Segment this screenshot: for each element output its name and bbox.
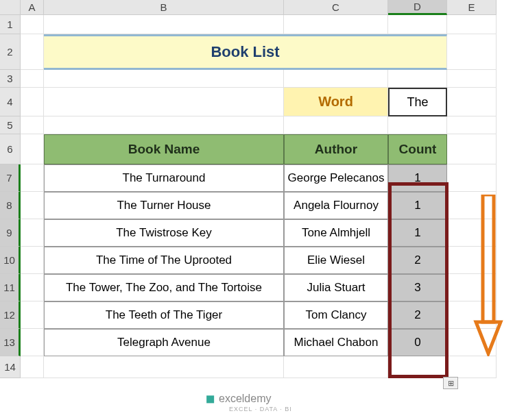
cell-count-6[interactable]: 0 <box>388 329 447 356</box>
row-header-7[interactable]: 7 <box>0 164 21 192</box>
cell-E5[interactable] <box>447 116 497 134</box>
cell-A8[interactable] <box>21 192 44 219</box>
cell-count-1[interactable]: 1 <box>388 192 447 219</box>
autofill-options-button[interactable]: ⊞ <box>443 377 458 389</box>
cell-A4[interactable] <box>21 88 44 116</box>
cell-A10[interactable] <box>21 247 44 274</box>
cell-B14[interactable] <box>44 356 284 378</box>
cell-E9[interactable] <box>447 219 497 247</box>
word-label[interactable]: Word <box>284 88 388 116</box>
cell-E4[interactable] <box>447 88 497 116</box>
cell-E7[interactable] <box>447 164 497 192</box>
word-value[interactable]: The <box>388 88 447 116</box>
row-header-6[interactable]: 6 <box>0 134 21 164</box>
cell-E8[interactable] <box>447 192 497 219</box>
cell-A5[interactable] <box>21 116 44 134</box>
row-header-12[interactable]: 12 <box>0 301 21 329</box>
row-header-8[interactable]: 8 <box>0 192 21 219</box>
logo-text: exceldemy <box>219 393 271 405</box>
th-count[interactable]: Count <box>388 134 447 164</box>
cell-count-4[interactable]: 3 <box>388 274 447 301</box>
cell-D14[interactable] <box>388 356 447 378</box>
cell-author-1[interactable]: Angela Flournoy <box>284 192 388 219</box>
cell-A13[interactable] <box>21 329 44 356</box>
cell-author-3[interactable]: Elie Wiesel <box>284 247 388 274</box>
cell-book-0[interactable]: The Turnaround <box>44 164 284 192</box>
cell-book-1[interactable]: The Turner House <box>44 192 284 219</box>
cell-C3[interactable] <box>284 70 388 88</box>
cell-author-6[interactable]: Michael Chabon <box>284 329 388 356</box>
cell-B1[interactable] <box>44 15 284 34</box>
cell-count-2[interactable]: 1 <box>388 219 447 247</box>
cell-E11[interactable] <box>447 274 497 301</box>
cell-count-0[interactable]: 1 <box>388 164 447 192</box>
cell-B5[interactable] <box>44 116 284 134</box>
cell-D1[interactable] <box>388 15 447 34</box>
row-header-14[interactable]: 14 <box>0 356 21 378</box>
cell-B4[interactable] <box>44 88 284 116</box>
cell-count-3[interactable]: 2 <box>388 247 447 274</box>
cell-D3[interactable] <box>388 70 447 88</box>
cell-author-0[interactable]: George Pelecanos <box>284 164 388 192</box>
cell-author-4[interactable]: Julia Stuart <box>284 274 388 301</box>
row-header-1[interactable]: 1 <box>0 15 21 34</box>
cell-count-5[interactable]: 2 <box>388 301 447 329</box>
row-header-9[interactable]: 9 <box>0 219 21 247</box>
row-header-4[interactable]: 4 <box>0 88 21 116</box>
cell-A11[interactable] <box>21 274 44 301</box>
col-header-A[interactable]: A <box>21 0 44 15</box>
cell-A7[interactable] <box>21 164 44 192</box>
cell-book-5[interactable]: The Teeth of The Tiger <box>44 301 284 329</box>
cell-C14[interactable] <box>284 356 388 378</box>
col-header-E[interactable]: E <box>447 0 497 15</box>
cell-D5[interactable] <box>388 116 447 134</box>
cell-A1[interactable] <box>21 15 44 34</box>
th-book[interactable]: Book Name <box>44 134 284 164</box>
cell-book-4[interactable]: The Tower, The Zoo, and The Tortoise <box>44 274 284 301</box>
title-band[interactable]: Book List <box>44 34 447 70</box>
logo-icon: ◼ <box>206 392 215 405</box>
select-all-corner[interactable] <box>0 0 21 15</box>
cell-book-3[interactable]: The Time of The Uprooted <box>44 247 284 274</box>
row-header-3[interactable]: 3 <box>0 70 21 88</box>
cell-E1[interactable] <box>447 15 497 34</box>
cell-author-5[interactable]: Tom Clancy <box>284 301 388 329</box>
cell-E13[interactable] <box>447 329 497 356</box>
cell-C1[interactable] <box>284 15 388 34</box>
cell-A3[interactable] <box>21 70 44 88</box>
cell-E10[interactable] <box>447 247 497 274</box>
row-header-5[interactable]: 5 <box>0 116 21 134</box>
watermark-logo: ◼ exceldemy <box>206 392 271 405</box>
cell-B3[interactable] <box>44 70 284 88</box>
cell-author-2[interactable]: Tone Almhjell <box>284 219 388 247</box>
col-header-C[interactable]: C <box>284 0 388 15</box>
cell-E2[interactable] <box>447 34 497 70</box>
cell-E12[interactable] <box>447 301 497 329</box>
cell-C5[interactable] <box>284 116 388 134</box>
col-header-B[interactable]: B <box>44 0 284 15</box>
cell-A2[interactable] <box>21 34 44 70</box>
row-header-11[interactable]: 11 <box>0 274 21 301</box>
spreadsheet-grid: A B C D E 1 2 Book List 3 4 Word The 5 6… <box>0 0 526 378</box>
row-header-10[interactable]: 10 <box>0 247 21 274</box>
watermark-subtext: EXCEL · DATA · BI <box>229 406 292 412</box>
cell-E14[interactable] <box>447 356 497 378</box>
row-header-13[interactable]: 13 <box>0 329 21 356</box>
cell-book-2[interactable]: The Twistrose Key <box>44 219 284 247</box>
cell-A14[interactable] <box>21 356 44 378</box>
cell-A6[interactable] <box>21 134 44 164</box>
col-header-D[interactable]: D <box>388 0 447 15</box>
cell-E6[interactable] <box>447 134 497 164</box>
cell-A9[interactable] <box>21 219 44 247</box>
th-author[interactable]: Author <box>284 134 388 164</box>
cell-book-6[interactable]: Telegraph Avenue <box>44 329 284 356</box>
cell-E3[interactable] <box>447 70 497 88</box>
cell-A12[interactable] <box>21 301 44 329</box>
row-header-2[interactable]: 2 <box>0 34 21 70</box>
